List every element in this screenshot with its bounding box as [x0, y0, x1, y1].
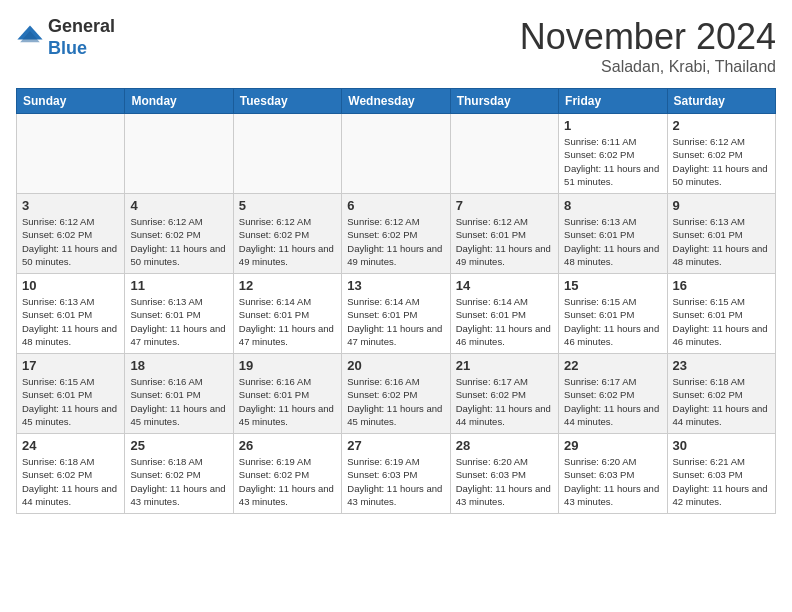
day-number: 14: [456, 278, 553, 293]
day-info: Sunrise: 6:15 AM Sunset: 6:01 PM Dayligh…: [564, 295, 661, 348]
weekday-header: Sunday: [17, 89, 125, 114]
weekday-header: Tuesday: [233, 89, 341, 114]
day-info: Sunrise: 6:18 AM Sunset: 6:02 PM Dayligh…: [673, 375, 770, 428]
calendar-cell: 2Sunrise: 6:12 AM Sunset: 6:02 PM Daylig…: [667, 114, 775, 194]
weekday-header: Thursday: [450, 89, 558, 114]
calendar-cell: [233, 114, 341, 194]
day-info: Sunrise: 6:13 AM Sunset: 6:01 PM Dayligh…: [564, 215, 661, 268]
calendar-table: SundayMondayTuesdayWednesdayThursdayFrid…: [16, 88, 776, 514]
calendar-cell: [17, 114, 125, 194]
calendar-cell: 26Sunrise: 6:19 AM Sunset: 6:02 PM Dayli…: [233, 434, 341, 514]
calendar-week-row: 24Sunrise: 6:18 AM Sunset: 6:02 PM Dayli…: [17, 434, 776, 514]
day-info: Sunrise: 6:12 AM Sunset: 6:02 PM Dayligh…: [673, 135, 770, 188]
calendar-cell: 28Sunrise: 6:20 AM Sunset: 6:03 PM Dayli…: [450, 434, 558, 514]
day-number: 26: [239, 438, 336, 453]
day-number: 4: [130, 198, 227, 213]
weekday-header: Friday: [559, 89, 667, 114]
calendar-cell: 21Sunrise: 6:17 AM Sunset: 6:02 PM Dayli…: [450, 354, 558, 434]
day-info: Sunrise: 6:19 AM Sunset: 6:03 PM Dayligh…: [347, 455, 444, 508]
calendar-cell: 12Sunrise: 6:14 AM Sunset: 6:01 PM Dayli…: [233, 274, 341, 354]
calendar-cell: 19Sunrise: 6:16 AM Sunset: 6:01 PM Dayli…: [233, 354, 341, 434]
day-info: Sunrise: 6:20 AM Sunset: 6:03 PM Dayligh…: [564, 455, 661, 508]
day-info: Sunrise: 6:12 AM Sunset: 6:02 PM Dayligh…: [22, 215, 119, 268]
calendar-cell: 5Sunrise: 6:12 AM Sunset: 6:02 PM Daylig…: [233, 194, 341, 274]
day-number: 3: [22, 198, 119, 213]
day-number: 10: [22, 278, 119, 293]
calendar-cell: 27Sunrise: 6:19 AM Sunset: 6:03 PM Dayli…: [342, 434, 450, 514]
logo-blue-text: Blue: [48, 38, 115, 60]
calendar-cell: 9Sunrise: 6:13 AM Sunset: 6:01 PM Daylig…: [667, 194, 775, 274]
day-number: 15: [564, 278, 661, 293]
day-info: Sunrise: 6:14 AM Sunset: 6:01 PM Dayligh…: [456, 295, 553, 348]
logo-general-text: General: [48, 16, 115, 38]
day-number: 5: [239, 198, 336, 213]
day-info: Sunrise: 6:12 AM Sunset: 6:02 PM Dayligh…: [130, 215, 227, 268]
day-number: 13: [347, 278, 444, 293]
day-info: Sunrise: 6:19 AM Sunset: 6:02 PM Dayligh…: [239, 455, 336, 508]
calendar-cell: [342, 114, 450, 194]
day-info: Sunrise: 6:16 AM Sunset: 6:01 PM Dayligh…: [130, 375, 227, 428]
day-number: 16: [673, 278, 770, 293]
calendar-cell: 8Sunrise: 6:13 AM Sunset: 6:01 PM Daylig…: [559, 194, 667, 274]
title-block: November 2024 Saladan, Krabi, Thailand: [520, 16, 776, 76]
location: Saladan, Krabi, Thailand: [520, 58, 776, 76]
day-info: Sunrise: 6:20 AM Sunset: 6:03 PM Dayligh…: [456, 455, 553, 508]
day-info: Sunrise: 6:13 AM Sunset: 6:01 PM Dayligh…: [130, 295, 227, 348]
day-number: 24: [22, 438, 119, 453]
calendar-cell: 16Sunrise: 6:15 AM Sunset: 6:01 PM Dayli…: [667, 274, 775, 354]
day-number: 21: [456, 358, 553, 373]
day-info: Sunrise: 6:14 AM Sunset: 6:01 PM Dayligh…: [239, 295, 336, 348]
day-number: 7: [456, 198, 553, 213]
weekday-header: Monday: [125, 89, 233, 114]
calendar-cell: 6Sunrise: 6:12 AM Sunset: 6:02 PM Daylig…: [342, 194, 450, 274]
calendar-cell: 17Sunrise: 6:15 AM Sunset: 6:01 PM Dayli…: [17, 354, 125, 434]
day-info: Sunrise: 6:12 AM Sunset: 6:02 PM Dayligh…: [347, 215, 444, 268]
day-info: Sunrise: 6:17 AM Sunset: 6:02 PM Dayligh…: [456, 375, 553, 428]
calendar-cell: 3Sunrise: 6:12 AM Sunset: 6:02 PM Daylig…: [17, 194, 125, 274]
calendar-cell: 7Sunrise: 6:12 AM Sunset: 6:01 PM Daylig…: [450, 194, 558, 274]
day-number: 6: [347, 198, 444, 213]
day-info: Sunrise: 6:15 AM Sunset: 6:01 PM Dayligh…: [22, 375, 119, 428]
day-info: Sunrise: 6:14 AM Sunset: 6:01 PM Dayligh…: [347, 295, 444, 348]
day-number: 8: [564, 198, 661, 213]
calendar-cell: 30Sunrise: 6:21 AM Sunset: 6:03 PM Dayli…: [667, 434, 775, 514]
day-info: Sunrise: 6:12 AM Sunset: 6:02 PM Dayligh…: [239, 215, 336, 268]
day-number: 23: [673, 358, 770, 373]
day-info: Sunrise: 6:16 AM Sunset: 6:02 PM Dayligh…: [347, 375, 444, 428]
calendar-cell: 13Sunrise: 6:14 AM Sunset: 6:01 PM Dayli…: [342, 274, 450, 354]
calendar-cell: 22Sunrise: 6:17 AM Sunset: 6:02 PM Dayli…: [559, 354, 667, 434]
day-info: Sunrise: 6:21 AM Sunset: 6:03 PM Dayligh…: [673, 455, 770, 508]
calendar-cell: 14Sunrise: 6:14 AM Sunset: 6:01 PM Dayli…: [450, 274, 558, 354]
calendar-cell: 29Sunrise: 6:20 AM Sunset: 6:03 PM Dayli…: [559, 434, 667, 514]
weekday-header: Saturday: [667, 89, 775, 114]
day-info: Sunrise: 6:18 AM Sunset: 6:02 PM Dayligh…: [130, 455, 227, 508]
calendar-cell: 18Sunrise: 6:16 AM Sunset: 6:01 PM Dayli…: [125, 354, 233, 434]
page-header: General Blue November 2024 Saladan, Krab…: [16, 16, 776, 76]
weekday-header: Wednesday: [342, 89, 450, 114]
day-info: Sunrise: 6:16 AM Sunset: 6:01 PM Dayligh…: [239, 375, 336, 428]
calendar-cell: [125, 114, 233, 194]
day-info: Sunrise: 6:12 AM Sunset: 6:01 PM Dayligh…: [456, 215, 553, 268]
calendar-cell: 20Sunrise: 6:16 AM Sunset: 6:02 PM Dayli…: [342, 354, 450, 434]
day-info: Sunrise: 6:13 AM Sunset: 6:01 PM Dayligh…: [22, 295, 119, 348]
day-number: 28: [456, 438, 553, 453]
calendar-cell: 1Sunrise: 6:11 AM Sunset: 6:02 PM Daylig…: [559, 114, 667, 194]
day-number: 19: [239, 358, 336, 373]
day-number: 27: [347, 438, 444, 453]
day-number: 17: [22, 358, 119, 373]
day-number: 9: [673, 198, 770, 213]
day-number: 25: [130, 438, 227, 453]
day-number: 30: [673, 438, 770, 453]
day-info: Sunrise: 6:13 AM Sunset: 6:01 PM Dayligh…: [673, 215, 770, 268]
calendar-cell: 11Sunrise: 6:13 AM Sunset: 6:01 PM Dayli…: [125, 274, 233, 354]
calendar-cell: [450, 114, 558, 194]
calendar-week-row: 17Sunrise: 6:15 AM Sunset: 6:01 PM Dayli…: [17, 354, 776, 434]
day-info: Sunrise: 6:18 AM Sunset: 6:02 PM Dayligh…: [22, 455, 119, 508]
day-number: 1: [564, 118, 661, 133]
day-number: 11: [130, 278, 227, 293]
calendar-week-row: 10Sunrise: 6:13 AM Sunset: 6:01 PM Dayli…: [17, 274, 776, 354]
day-info: Sunrise: 6:11 AM Sunset: 6:02 PM Dayligh…: [564, 135, 661, 188]
calendar-week-row: 3Sunrise: 6:12 AM Sunset: 6:02 PM Daylig…: [17, 194, 776, 274]
calendar-cell: 10Sunrise: 6:13 AM Sunset: 6:01 PM Dayli…: [17, 274, 125, 354]
day-number: 12: [239, 278, 336, 293]
